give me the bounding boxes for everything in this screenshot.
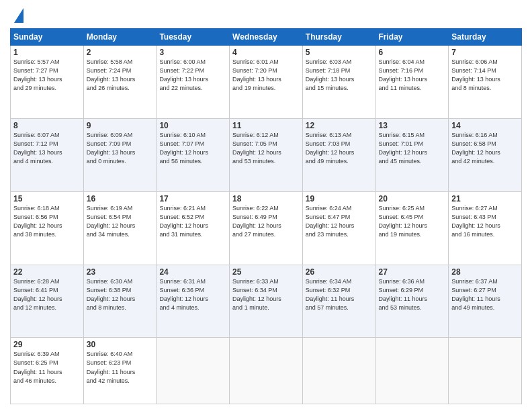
day-info: Sunrise: 6:30 AM Sunset: 6:38 PM Dayligh… <box>87 277 154 312</box>
day-info: Sunrise: 6:40 AM Sunset: 6:23 PM Dayligh… <box>87 350 154 385</box>
page: Sunday Monday Tuesday Wednesday Thursday… <box>0 0 532 411</box>
table-row: 4Sunrise: 6:01 AM Sunset: 7:20 PM Daylig… <box>230 46 303 119</box>
col-tuesday: Tuesday <box>157 29 230 46</box>
day-info: Sunrise: 6:10 AM Sunset: 7:07 PM Dayligh… <box>159 131 226 166</box>
day-number: 5 <box>306 48 373 57</box>
day-number: 9 <box>87 121 154 130</box>
day-info: Sunrise: 6:09 AM Sunset: 7:09 PM Dayligh… <box>87 131 154 166</box>
table-row: 5Sunrise: 6:03 AM Sunset: 7:18 PM Daylig… <box>302 46 375 119</box>
day-info: Sunrise: 6:04 AM Sunset: 7:16 PM Dayligh… <box>379 58 446 93</box>
day-number: 22 <box>13 267 81 277</box>
table-row: 10Sunrise: 6:10 AM Sunset: 7:07 PM Dayli… <box>157 118 230 191</box>
day-number: 27 <box>379 267 446 277</box>
day-number: 18 <box>232 194 300 203</box>
day-number: 24 <box>159 267 226 277</box>
day-info: Sunrise: 6:27 AM Sunset: 6:43 PM Dayligh… <box>451 204 519 239</box>
table-row: 24Sunrise: 6:31 AM Sunset: 6:36 PM Dayli… <box>157 265 230 338</box>
table-row: 15Sunrise: 6:18 AM Sunset: 6:56 PM Dayli… <box>11 191 84 265</box>
day-info: Sunrise: 6:16 AM Sunset: 6:58 PM Dayligh… <box>451 131 519 166</box>
table-row <box>230 338 303 404</box>
calendar-table: Sunday Monday Tuesday Wednesday Thursday… <box>10 28 522 404</box>
header <box>10 7 522 23</box>
col-wednesday: Wednesday <box>230 29 303 46</box>
day-info: Sunrise: 6:28 AM Sunset: 6:41 PM Dayligh… <box>13 277 81 312</box>
table-row: 11Sunrise: 6:12 AM Sunset: 7:05 PM Dayli… <box>230 118 303 191</box>
day-info: Sunrise: 6:01 AM Sunset: 7:20 PM Dayligh… <box>232 58 300 93</box>
day-info: Sunrise: 6:36 AM Sunset: 6:29 PM Dayligh… <box>379 277 446 312</box>
table-row: 16Sunrise: 6:19 AM Sunset: 6:54 PM Dayli… <box>83 191 157 265</box>
table-row: 19Sunrise: 6:24 AM Sunset: 6:47 PM Dayli… <box>302 191 375 265</box>
table-row: 14Sunrise: 6:16 AM Sunset: 6:58 PM Dayli… <box>449 118 522 191</box>
day-info: Sunrise: 6:33 AM Sunset: 6:34 PM Dayligh… <box>232 277 300 312</box>
table-row: 8Sunrise: 6:07 AM Sunset: 7:12 PM Daylig… <box>11 118 84 191</box>
table-row: 17Sunrise: 6:21 AM Sunset: 6:52 PM Dayli… <box>157 191 230 265</box>
table-row: 1Sunrise: 5:57 AM Sunset: 7:27 PM Daylig… <box>11 46 84 119</box>
calendar-header-row: Sunday Monday Tuesday Wednesday Thursday… <box>11 29 522 46</box>
table-row <box>157 338 230 404</box>
day-info: Sunrise: 6:03 AM Sunset: 7:18 PM Dayligh… <box>306 58 373 93</box>
day-number: 20 <box>379 194 446 203</box>
day-number: 17 <box>159 194 226 203</box>
table-row <box>302 338 375 404</box>
day-info: Sunrise: 6:06 AM Sunset: 7:14 PM Dayligh… <box>451 58 519 93</box>
day-number: 1 <box>13 48 81 57</box>
table-row: 27Sunrise: 6:36 AM Sunset: 6:29 PM Dayli… <box>375 265 449 338</box>
day-info: Sunrise: 6:31 AM Sunset: 6:36 PM Dayligh… <box>159 277 226 312</box>
logo <box>10 7 24 23</box>
day-info: Sunrise: 6:24 AM Sunset: 6:47 PM Dayligh… <box>306 204 373 239</box>
day-number: 13 <box>379 121 446 130</box>
table-row: 23Sunrise: 6:30 AM Sunset: 6:38 PM Dayli… <box>83 265 157 338</box>
day-number: 23 <box>87 267 154 277</box>
day-info: Sunrise: 6:37 AM Sunset: 6:27 PM Dayligh… <box>451 277 519 312</box>
table-row: 18Sunrise: 6:22 AM Sunset: 6:49 PM Dayli… <box>230 191 303 265</box>
day-number: 2 <box>87 48 154 57</box>
day-info: Sunrise: 6:12 AM Sunset: 7:05 PM Dayligh… <box>232 131 300 166</box>
table-row <box>449 338 522 404</box>
day-number: 11 <box>232 121 300 130</box>
col-monday: Monday <box>83 29 157 46</box>
day-number: 30 <box>87 340 154 349</box>
table-row: 13Sunrise: 6:15 AM Sunset: 7:01 PM Dayli… <box>375 118 449 191</box>
day-number: 12 <box>306 121 373 130</box>
day-info: Sunrise: 6:15 AM Sunset: 7:01 PM Dayligh… <box>379 131 446 166</box>
col-thursday: Thursday <box>302 29 375 46</box>
day-info: Sunrise: 6:22 AM Sunset: 6:49 PM Dayligh… <box>232 204 300 239</box>
day-number: 8 <box>13 121 81 130</box>
day-info: Sunrise: 6:34 AM Sunset: 6:32 PM Dayligh… <box>306 277 373 312</box>
day-info: Sunrise: 5:57 AM Sunset: 7:27 PM Dayligh… <box>13 58 81 93</box>
table-row: 9Sunrise: 6:09 AM Sunset: 7:09 PM Daylig… <box>83 118 157 191</box>
table-row: 25Sunrise: 6:33 AM Sunset: 6:34 PM Dayli… <box>230 265 303 338</box>
day-number: 28 <box>451 267 519 277</box>
table-row: 6Sunrise: 6:04 AM Sunset: 7:16 PM Daylig… <box>375 46 449 119</box>
table-row: 7Sunrise: 6:06 AM Sunset: 7:14 PM Daylig… <box>449 46 522 119</box>
day-number: 10 <box>159 121 226 130</box>
table-row: 29Sunrise: 6:39 AM Sunset: 6:25 PM Dayli… <box>11 338 84 404</box>
table-row: 3Sunrise: 6:00 AM Sunset: 7:22 PM Daylig… <box>157 46 230 119</box>
logo-triangle-icon <box>14 8 24 23</box>
day-number: 4 <box>232 48 300 57</box>
table-row: 26Sunrise: 6:34 AM Sunset: 6:32 PM Dayli… <box>302 265 375 338</box>
table-row: 28Sunrise: 6:37 AM Sunset: 6:27 PM Dayli… <box>449 265 522 338</box>
day-number: 6 <box>379 48 446 57</box>
day-number: 15 <box>13 194 81 203</box>
day-number: 16 <box>87 194 154 203</box>
table-row: 30Sunrise: 6:40 AM Sunset: 6:23 PM Dayli… <box>83 338 157 404</box>
day-number: 19 <box>306 194 373 203</box>
day-number: 25 <box>232 267 300 277</box>
day-info: Sunrise: 5:58 AM Sunset: 7:24 PM Dayligh… <box>87 58 154 93</box>
day-number: 14 <box>451 121 519 130</box>
table-row: 20Sunrise: 6:25 AM Sunset: 6:45 PM Dayli… <box>375 191 449 265</box>
table-row: 21Sunrise: 6:27 AM Sunset: 6:43 PM Dayli… <box>449 191 522 265</box>
day-info: Sunrise: 6:21 AM Sunset: 6:52 PM Dayligh… <box>159 204 226 239</box>
table-row <box>375 338 449 404</box>
day-number: 21 <box>451 194 519 203</box>
day-info: Sunrise: 6:07 AM Sunset: 7:12 PM Dayligh… <box>13 131 81 166</box>
col-sunday: Sunday <box>11 29 84 46</box>
day-info: Sunrise: 6:19 AM Sunset: 6:54 PM Dayligh… <box>87 204 154 239</box>
day-number: 3 <box>159 48 226 57</box>
day-info: Sunrise: 6:13 AM Sunset: 7:03 PM Dayligh… <box>306 131 373 166</box>
day-info: Sunrise: 6:18 AM Sunset: 6:56 PM Dayligh… <box>13 204 81 239</box>
day-info: Sunrise: 6:00 AM Sunset: 7:22 PM Dayligh… <box>159 58 226 93</box>
table-row: 12Sunrise: 6:13 AM Sunset: 7:03 PM Dayli… <box>302 118 375 191</box>
table-row: 22Sunrise: 6:28 AM Sunset: 6:41 PM Dayli… <box>11 265 84 338</box>
